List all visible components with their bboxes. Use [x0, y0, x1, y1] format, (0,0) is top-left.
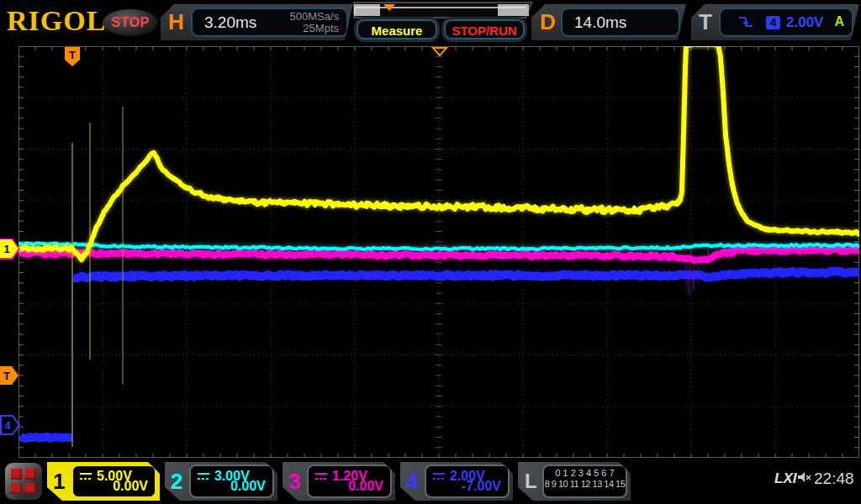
run-state-badge: STOP [103, 9, 158, 36]
delay-panel[interactable]: D 14.0ms [531, 4, 686, 40]
acquisition-info: 500MSa/s 25Mpts [289, 11, 339, 34]
bottom-status-bar: 1 5.00V 0.00V 2 3.00V 0.00V [0, 460, 861, 504]
traces [18, 44, 861, 447]
trigger-panel[interactable]: T 4 2.00V A [691, 4, 859, 40]
trigger-box: 4 2.00V A [719, 8, 853, 37]
channel2-status[interactable]: 2 3.00V 0.00V [165, 462, 277, 501]
dc-coupling-icon [314, 471, 328, 481]
logic-channels-status[interactable]: L 0 1 2 3 4 5 6 7 8 9 10 11 12 13 14 15 [518, 462, 631, 501]
channel1-number: 1 [53, 469, 65, 495]
top-status-bar: RIGOL STOP H 3.20ms 500MSa/s 25Mpts Meas… [0, 0, 861, 40]
horizontal-label: H [168, 9, 184, 35]
trigger-mode-indicator: A [834, 14, 844, 29]
timebase-box: 3.20ms 500MSa/s 25Mpts [191, 8, 348, 37]
dc-coupling-icon [79, 471, 92, 481]
markers: T1T4 [0, 47, 446, 434]
svg-text:T: T [69, 49, 76, 61]
channel3-status[interactable]: 3 1.20V 0.00V [283, 462, 395, 501]
ch4-trace [73, 271, 861, 279]
channel1-offset: 0.00V [113, 479, 148, 494]
trigger-position-marker[interactable]: T [65, 47, 80, 66]
svg-text:1: 1 [3, 243, 9, 255]
channel2-offset: 0.00V [230, 479, 266, 494]
delay-label: D [540, 9, 556, 35]
ch1-ground-marker[interactable]: 1 [0, 239, 20, 260]
timebase-value: 3.20ms [204, 13, 256, 32]
stop-run-button[interactable]: STOP/RUN [444, 19, 525, 39]
memory-depth: 25Mpts [289, 23, 339, 34]
channel4-offset: -7.00V [462, 479, 501, 494]
horizontal-panel[interactable]: H 3.20ms 500MSa/s 25Mpts [161, 4, 353, 40]
channel1-status[interactable]: 1 5.00V 0.00V [47, 462, 160, 501]
ch4-ground-marker[interactable]: 4 [1, 416, 19, 434]
dc-coupling-icon [197, 471, 210, 481]
trigger-source-badge: 4 [766, 16, 780, 29]
waveform-display: T1T4 [0, 0, 861, 504]
system-time: 22:48 [814, 470, 854, 488]
channel3-offset: 0.00V [348, 479, 383, 494]
svg-text:T: T [3, 370, 10, 382]
sample-rate: 500MSa/s [289, 11, 339, 23]
channel4-number: 4 [406, 469, 418, 495]
menu-grid-icon[interactable] [5, 463, 42, 500]
lxi-indicator: LXI [774, 470, 796, 487]
memory-position-bar[interactable] [353, 2, 533, 18]
channel2-number: 2 [171, 469, 182, 495]
ch1-trace [18, 44, 861, 260]
measure-button[interactable]: Measure [357, 19, 437, 39]
svg-text:4: 4 [4, 419, 11, 432]
delay-value: 14.0ms [574, 13, 626, 32]
rigol-logo: RIGOL [7, 5, 106, 37]
logic-label: L [525, 470, 537, 493]
ch4-trace [20, 437, 72, 438]
channel4-status[interactable]: 4 2.00V -7.00V [400, 462, 513, 501]
logic-row2: 8 9 10 11 12 13 14 15 [544, 479, 626, 489]
delay-box: 14.0ms [561, 8, 680, 37]
dc-coupling-icon [432, 471, 446, 481]
delay-center-marker[interactable] [433, 48, 446, 55]
trigger-level-marker[interactable]: T [0, 366, 18, 385]
trigger-level-value: 2.00V [786, 14, 823, 31]
channel3-number: 3 [288, 469, 300, 495]
trigger-label: T [699, 9, 712, 35]
falling-edge-trigger-icon [737, 14, 754, 29]
speaker-muted-icon[interactable] [797, 470, 812, 486]
logic-row1: 0 1 2 3 4 5 6 7 [544, 468, 626, 478]
